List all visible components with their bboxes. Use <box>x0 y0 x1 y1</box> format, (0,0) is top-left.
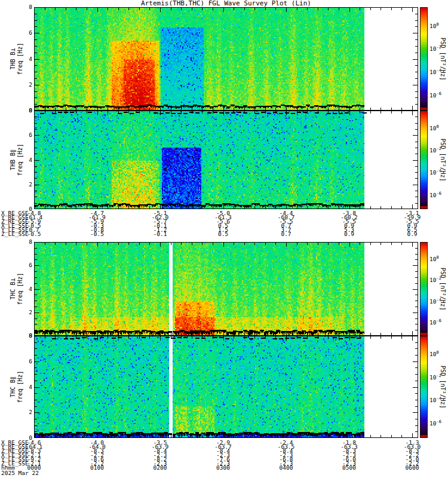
time-tick-label: 0600 <box>395 465 429 470</box>
colorbar-tick-exponent: 0 <box>436 22 438 27</box>
ephemeris-value: 0.7 <box>269 232 303 237</box>
wave-survey-plot: Artemis(THB,THC) FGL Wave Survey Plot (L… <box>0 0 448 478</box>
colorbar-tick-label: 100 <box>429 124 439 131</box>
ephemeris-value: -0.5 <box>81 232 114 237</box>
ephemeris-value: 0.9 <box>395 232 429 237</box>
freq-tick-label: 8 <box>25 239 32 245</box>
freq-tick-label: 6 <box>25 358 32 364</box>
thb-bperp-spectrogram <box>34 7 418 111</box>
time-tick-label: 0100 <box>81 465 114 470</box>
freq-axis-label: freq [Hz] <box>16 242 23 336</box>
freq-axis-label: freq [Hz] <box>16 336 23 438</box>
thb-bpar-spectrogram <box>34 111 418 209</box>
thc-bperp-spectrogram <box>34 242 418 336</box>
freq-tick-label: 2 <box>25 82 32 88</box>
colorbar-tick-exponent: 0 <box>436 255 438 260</box>
freq-tick-label: 6 <box>25 262 32 268</box>
colorbar-saturation-tip <box>421 435 427 437</box>
freq-tick-label: 4 <box>25 157 32 163</box>
colorbar-tick-label: 100 <box>429 255 439 262</box>
colorbar-saturation-tip <box>421 333 427 335</box>
panel-y-axis-title: THC B∥freq [Hz] <box>10 336 23 438</box>
ephemeris-value: -0.1 <box>143 232 177 237</box>
panel-thb-bperp <box>34 7 418 111</box>
time-tick-label: 0300 <box>207 465 240 470</box>
panel-name-label: THC B∥ <box>10 336 17 438</box>
freq-tick-label: 8 <box>25 333 32 339</box>
psd-axis-title: PSD [nT²/Hz] <box>439 7 446 111</box>
freq-tick-label: 2 <box>25 310 32 315</box>
colorbar-tick-exponent: 0 <box>436 350 438 355</box>
freq-axis-label: freq [Hz] <box>16 111 23 209</box>
thc-bpar-spectrogram <box>34 336 418 438</box>
panel-y-axis-title: THC B⊥freq [Hz] <box>10 242 23 336</box>
freq-tick-label: 8 <box>25 4 32 10</box>
freq-tick-label: 8 <box>25 108 32 114</box>
ephemeris-value: 0.9 <box>333 232 366 237</box>
panel-thc-bpar <box>34 336 418 438</box>
psd-colorbar <box>420 242 428 336</box>
colorbar-tick-exponent: 0 <box>436 124 438 129</box>
plot-title: Artemis(THB,THC) FGL Wave Survey Plot (L… <box>34 0 418 7</box>
freq-tick-label: 2 <box>25 409 32 415</box>
ephemeris-value: 0.5 <box>207 232 240 237</box>
colorbar-tick-label: 100 <box>429 22 439 29</box>
panel-name-label: THC B⊥ <box>10 242 17 336</box>
freq-tick-label: 4 <box>25 286 32 292</box>
freq-tick-label: 6 <box>25 30 32 36</box>
freq-tick-label: 4 <box>25 384 32 390</box>
panel-y-axis-title: THB B⊥freq [Hz] <box>10 7 23 111</box>
time-tick-label: 0200 <box>143 465 177 470</box>
panel-name-label: THB B⊥ <box>10 7 17 111</box>
freq-axis-label: freq [Hz] <box>16 7 23 111</box>
psd-colorbar <box>420 111 428 209</box>
panel-thb-bpar <box>34 111 418 209</box>
time-tick-label: 0400 <box>269 465 303 470</box>
freq-tick-label: 6 <box>25 132 32 138</box>
freq-tick-label: 4 <box>25 56 32 62</box>
ephemeris-value: -0.5 <box>17 232 51 237</box>
psd-axis-title: PSD [nT²/Hz] <box>439 242 446 336</box>
colorbar-saturation-tip <box>421 206 427 209</box>
panel-thc-bperp <box>34 242 418 336</box>
panel-y-axis-title: THB B∥freq [Hz] <box>10 111 23 209</box>
panel-name-label: THB B∥ <box>10 111 17 209</box>
time-tick-label: 0500 <box>333 465 366 470</box>
colorbar-saturation-tip <box>421 108 427 110</box>
psd-colorbar <box>420 7 428 111</box>
date-label: 2025 Mar 22 <box>1 471 39 476</box>
psd-colorbar <box>420 336 428 438</box>
freq-tick-label: 2 <box>25 182 32 188</box>
psd-axis-title: PSD [nT²/Hz] <box>439 336 446 438</box>
colorbar-tick-label: 100 <box>429 350 439 357</box>
psd-axis-title: PSD [nT²/Hz] <box>439 111 446 209</box>
